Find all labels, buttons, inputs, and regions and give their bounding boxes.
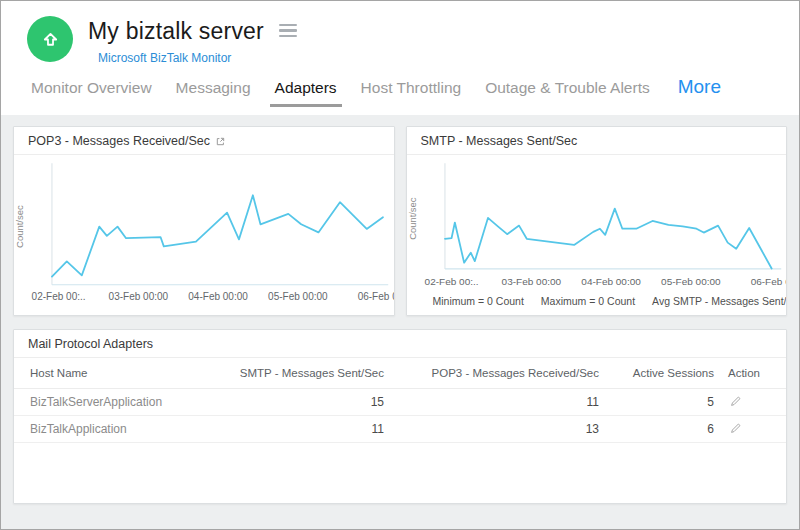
col-pop3: POP3 - Messages Received/Sec: [388, 367, 603, 379]
svg-text:04-Feb 00:00: 04-Feb 00:00: [581, 276, 641, 287]
smtp-chart-stats: Minimum = 0 Count Maximum = 0 Count Avg …: [407, 294, 787, 307]
smtp-chart-title-row: SMTP - Messages Sent/Sec: [407, 127, 787, 155]
svg-text:Count/sec: Count/sec: [407, 197, 418, 240]
svg-text:03-Feb 00:00: 03-Feb 00:00: [109, 291, 169, 302]
active-sessions-value: 6: [603, 422, 718, 436]
svg-text:02-Feb 00:..: 02-Feb 00:..: [32, 291, 86, 302]
svg-text:02-Feb 00:..: 02-Feb 00:..: [424, 276, 478, 287]
col-action: Action: [718, 367, 770, 379]
status-avatar: [27, 16, 73, 62]
svg-text:06-Feb 0: 06-Feb 0: [358, 291, 394, 302]
smtp-value: 15: [208, 395, 388, 409]
stat-minimum: Minimum = 0 Count: [433, 295, 524, 307]
more-menu[interactable]: More: [678, 76, 721, 98]
biztalk-monitor-screen: My biztalk server Microsoft BizTalk Moni…: [0, 0, 800, 530]
tab-bar: Monitor Overview Messaging Adapters Host…: [31, 76, 789, 107]
up-arrow-icon: [40, 29, 61, 50]
active-sessions-value: 5: [603, 395, 718, 409]
pencil-icon[interactable]: [730, 396, 741, 407]
smtp-chart-title: SMTP - Messages Sent/Sec: [421, 134, 578, 148]
tab-host-throttling[interactable]: Host Throttling: [361, 79, 462, 106]
svg-text:06-Feb 0: 06-Feb 0: [750, 276, 786, 287]
pop3-chart-panel: POP3 - Messages Received/Sec 02-Feb 00:.…: [13, 126, 395, 316]
hamburger-icon[interactable]: [277, 22, 299, 40]
pencil-icon[interactable]: [730, 423, 741, 434]
header-row: My biztalk server Microsoft BizTalk Moni…: [1, 1, 799, 65]
table-row: BizTalkApplication 11 13 6: [14, 416, 786, 443]
page-title: My biztalk server: [88, 18, 264, 45]
tab-monitor-overview[interactable]: Monitor Overview: [31, 79, 152, 106]
stat-maximum: Maximum = 0 Count: [541, 295, 635, 307]
mail-protocol-adapters-panel: Mail Protocol Adapters Host Name SMTP - …: [13, 329, 787, 504]
tab-adapters[interactable]: Adapters: [270, 79, 342, 107]
table-header: Host Name SMTP - Messages Sent/Sec POP3 …: [14, 358, 786, 389]
pop3-value: 11: [388, 395, 603, 409]
monitor-header: My biztalk server Microsoft BizTalk Moni…: [1, 1, 799, 115]
pop3-line-chart: 02-Feb 00:..03-Feb 00:0004-Feb 00:0005-F…: [14, 155, 394, 310]
table-title-row: Mail Protocol Adapters: [14, 330, 786, 358]
pop3-chart-title-row: POP3 - Messages Received/Sec: [14, 127, 394, 155]
col-host-name: Host Name: [30, 367, 208, 379]
popout-icon[interactable]: [216, 137, 225, 146]
svg-text:04-Feb 00:00: 04-Feb 00:00: [188, 291, 248, 302]
title-block: My biztalk server Microsoft BizTalk Moni…: [88, 16, 299, 65]
pop3-chart-title: POP3 - Messages Received/Sec: [28, 134, 210, 148]
smtp-value: 11: [208, 422, 388, 436]
tab-outage-trouble-alerts[interactable]: Outage & Trouble Alerts: [485, 79, 650, 106]
pop3-value: 13: [388, 422, 603, 436]
table-row: BizTalkServerApplication 15 11 5: [14, 389, 786, 416]
tab-messaging[interactable]: Messaging: [176, 79, 251, 106]
dashboard-content: POP3 - Messages Received/Sec 02-Feb 00:.…: [1, 115, 799, 529]
col-active-sessions: Active Sessions: [603, 367, 718, 379]
smtp-line-chart: 02-Feb 00:..03-Feb 00:0004-Feb 00:0005-F…: [407, 155, 787, 294]
host-name: BizTalkServerApplication: [30, 395, 208, 409]
col-smtp: SMTP - Messages Sent/Sec: [208, 367, 388, 379]
svg-text:05-Feb 00:00: 05-Feb 00:00: [268, 291, 328, 302]
smtp-chart-panel: SMTP - Messages Sent/Sec 02-Feb 00:..03-…: [406, 126, 788, 316]
svg-text:Count/sec: Count/sec: [14, 205, 25, 248]
table-title: Mail Protocol Adapters: [28, 337, 153, 351]
stat-average: Avg SMTP - Messages Sent/Sec = 0 Count: [652, 295, 787, 307]
charts-row: POP3 - Messages Received/Sec 02-Feb 00:.…: [13, 126, 787, 316]
svg-text:05-Feb 00:00: 05-Feb 00:00: [661, 276, 721, 287]
host-name: BizTalkApplication: [30, 422, 208, 436]
monitor-type-link[interactable]: Microsoft BizTalk Monitor: [98, 51, 299, 65]
svg-text:03-Feb 00:00: 03-Feb 00:00: [501, 276, 561, 287]
